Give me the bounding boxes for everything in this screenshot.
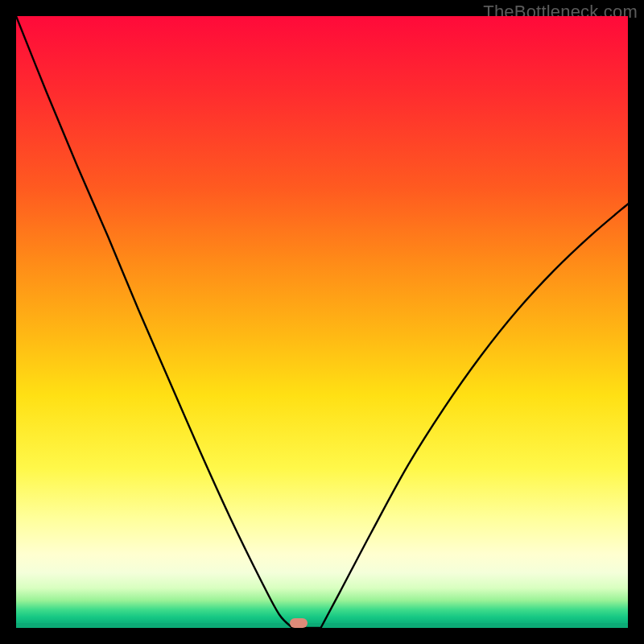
- curve-path: [16, 16, 628, 628]
- bottleneck-curve: [16, 16, 628, 628]
- bottleneck-marker: [290, 618, 308, 628]
- plot-area: [16, 16, 628, 628]
- chart-stage: TheBottleneck.com: [0, 0, 644, 644]
